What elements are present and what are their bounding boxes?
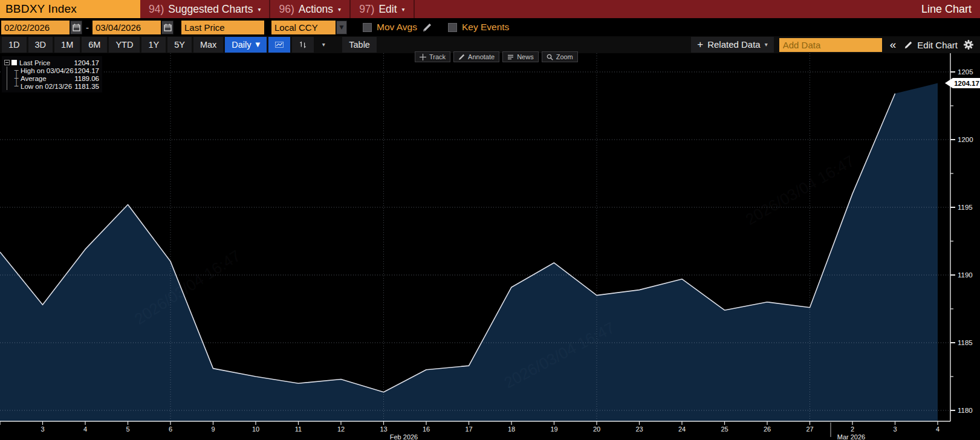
frequency-value: Daily [232, 37, 251, 53]
menu-actions[interactable]: 96) Actions ▾ [270, 0, 351, 18]
date-to-input[interactable]: 03/04/2026 [92, 21, 161, 34]
related-data-button[interactable]: + Related Data ▾ [691, 37, 774, 53]
svg-text:1190: 1190 [958, 271, 973, 279]
svg-text:6: 6 [169, 425, 172, 433]
period-6m-button[interactable]: 6M [82, 37, 107, 53]
legend-tree-line [7, 66, 7, 90]
line-chart-icon [275, 40, 284, 49]
chevron-down-icon: ▾ [258, 6, 261, 13]
svg-text:20: 20 [593, 425, 600, 433]
calendar-button[interactable] [70, 21, 82, 34]
currency-select[interactable]: Local CCY [271, 21, 336, 34]
menu-label: Actions [299, 3, 333, 16]
svg-text:1204.17: 1204.17 [954, 80, 979, 87]
tool-label: Zoom [556, 53, 573, 60]
period-1m-button[interactable]: 1M [54, 37, 80, 53]
legend-row-low: ┴ Low on 02/13/26 1181.35 [4, 82, 99, 90]
legend-label: High on 03/04/26 [21, 67, 74, 74]
period-1y-button[interactable]: 1Y [141, 37, 166, 53]
svg-text:2: 2 [851, 425, 854, 433]
chart-settings-bar: 02/02/2026 - 03/04/2026 Last Price Local… [0, 18, 980, 36]
svg-text:1200: 1200 [958, 136, 973, 143]
svg-text:1185: 1185 [958, 339, 973, 346]
news-button[interactable]: News [502, 51, 539, 62]
legend-value: 1189.06 [74, 75, 99, 82]
calendar-icon [73, 24, 80, 31]
table-button[interactable]: Table [342, 37, 377, 53]
tool-label: Annotate [468, 53, 495, 60]
svg-text:1205: 1205 [958, 68, 973, 76]
zoom-button[interactable]: Zoom [542, 51, 578, 62]
period-5y-button[interactable]: 5Y [167, 37, 192, 53]
mov-avgs-label: Mov Avgs [377, 22, 417, 33]
svg-text:10: 10 [252, 425, 259, 433]
pencil-icon[interactable] [422, 22, 432, 33]
legend-label: Last Price [19, 59, 50, 66]
edit-chart-button[interactable]: Edit Chart [904, 40, 958, 50]
legend-row-average: ┼ Average 1189.06 [4, 74, 99, 82]
menu-label: Suggested Charts [168, 3, 253, 16]
period-max-button[interactable]: Max [193, 37, 223, 53]
tool-label: News [517, 53, 534, 60]
chevron-down-icon: ▾ [338, 6, 341, 13]
svg-text:23: 23 [635, 425, 643, 433]
tool-label: Track [429, 53, 446, 60]
period-1d-button[interactable]: 1D [2, 37, 27, 53]
legend-value: 1181.35 [74, 83, 99, 90]
chart-plot-area[interactable]: 2026/03/04 16:472026/03/04 16:472026/03/… [0, 53, 980, 440]
line-chart-type-button[interactable] [268, 37, 290, 53]
menu-shortcut-number: 96) [279, 3, 294, 16]
menu-edit[interactable]: 97) Edit ▾ [351, 0, 414, 18]
mov-avgs-checkbox[interactable] [363, 23, 372, 32]
period-ytd-button[interactable]: YTD [109, 37, 140, 53]
toolbar-right-group: + Related Data ▾ « Edit Chart [691, 37, 980, 53]
svg-text:18: 18 [508, 425, 515, 433]
period-3d-button[interactable]: 3D [28, 37, 53, 53]
chevron-down-icon: ▾ [402, 6, 405, 13]
calendar-icon [164, 24, 172, 31]
high-marker-icon: ┬ [12, 66, 21, 74]
pencil-icon [904, 40, 913, 50]
add-data-input[interactable] [779, 38, 882, 52]
price-chart[interactable]: 2026/03/04 16:472026/03/04 16:472026/03/… [0, 53, 980, 440]
chart-type-dropdown[interactable]: ▾ [316, 37, 331, 53]
price-field-input[interactable]: Last Price [181, 21, 264, 34]
key-events-checkbox[interactable] [448, 23, 457, 32]
plus-icon: + [697, 37, 703, 53]
currency-dropdown-button[interactable]: ▼ [336, 21, 347, 34]
average-marker-icon: ┼ [12, 74, 21, 82]
date-from-input[interactable]: 02/02/2026 [1, 21, 70, 34]
gear-icon[interactable] [963, 39, 974, 50]
crosshair-icon [420, 54, 426, 60]
collapse-panel-button[interactable]: « [888, 37, 899, 53]
bar-chart-type-button[interactable] [292, 37, 314, 53]
legend-collapse-box[interactable] [4, 60, 10, 65]
svg-text:27: 27 [806, 425, 813, 433]
svg-text:4: 4 [83, 425, 87, 433]
security-ticker-field[interactable]: BBDXY Index [0, 0, 140, 18]
svg-text:9: 9 [211, 425, 215, 433]
legend-value: 1204.17 [74, 59, 99, 66]
chevron-down-icon: ▼ [256, 37, 261, 53]
svg-text:Feb 2026: Feb 2026 [390, 433, 418, 440]
svg-text:Mar 2026: Mar 2026 [837, 433, 865, 440]
menu-suggested-charts[interactable]: 94) Suggested Charts ▾ [140, 0, 270, 18]
frequency-select[interactable]: Daily ▼ [225, 37, 267, 53]
menu-shortcut-number: 97) [359, 3, 374, 16]
legend-row-last-price[interactable]: Last Price 1204.17 [4, 59, 99, 66]
magnifier-icon [547, 54, 553, 60]
track-button[interactable]: Track [415, 51, 450, 62]
news-icon [507, 54, 514, 60]
legend-label: Low on 02/13/26 [21, 83, 72, 90]
svg-text:13: 13 [380, 425, 387, 433]
svg-text:26: 26 [764, 425, 771, 433]
annotate-button[interactable]: Annotate [453, 51, 499, 62]
menu-shortcut-number: 94) [149, 3, 164, 16]
calendar-button[interactable] [161, 21, 174, 34]
svg-text:19: 19 [550, 425, 557, 433]
svg-text:5: 5 [126, 425, 129, 433]
svg-text:11: 11 [295, 425, 302, 433]
menu-label: Edit [378, 3, 397, 16]
svg-text:12: 12 [337, 425, 345, 433]
view-mode-label: Line Chart [921, 0, 980, 18]
